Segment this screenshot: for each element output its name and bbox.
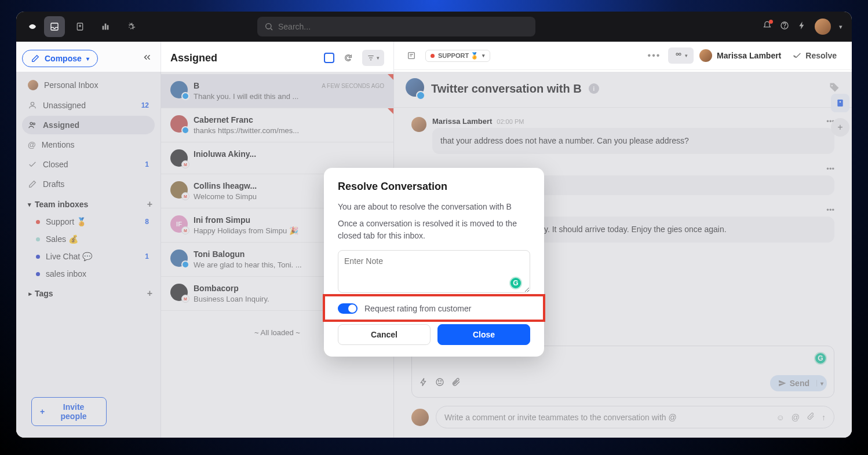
user-menu-chevron-icon[interactable]: ▾: [839, 23, 843, 31]
svg-point-13: [676, 53, 679, 56]
global-search[interactable]: [257, 17, 535, 36]
nav-contacts-icon[interactable]: [70, 16, 90, 37]
modal-text: You are about to resolve the conversatio…: [338, 201, 530, 213]
compose-button[interactable]: Compose ▾: [22, 50, 98, 67]
request-rating-row: Request rating from customer: [324, 295, 544, 321]
resolve-label: Resolve: [805, 51, 837, 60]
bolt-icon[interactable]: [797, 21, 807, 32]
collapse-sidebar-icon[interactable]: [142, 52, 152, 65]
nav-inbox-icon[interactable]: [44, 16, 65, 37]
chevron-down-icon: ▾: [86, 56, 89, 62]
assignee-name: Marissa Lambert: [717, 51, 781, 60]
thread-list-header: Assigned ▾: [161, 42, 393, 74]
svg-point-6: [266, 24, 271, 29]
topbar-right: ▾: [763, 19, 843, 35]
app-logo: [25, 20, 39, 34]
svg-rect-4: [105, 24, 107, 30]
help-icon[interactable]: [780, 21, 789, 32]
select-all-checkbox[interactable]: [324, 53, 334, 63]
request-rating-toggle[interactable]: [338, 303, 358, 314]
svg-point-8: [785, 27, 785, 28]
refresh-icon[interactable]: [340, 50, 356, 66]
more-actions-icon[interactable]: •••: [646, 47, 662, 64]
modal-cancel-button[interactable]: Cancel: [338, 324, 431, 345]
svg-point-14: [679, 53, 681, 56]
modal-title: Resolve Conversation: [338, 181, 530, 193]
main-body: Compose ▾ Personal Inbox Unassigned 12: [16, 42, 852, 438]
topbar: ▾: [16, 12, 852, 42]
inbox-tag-label: SUPPORT 🏅: [438, 52, 479, 60]
grammarly-icon[interactable]: G: [509, 277, 522, 289]
app-window: ▾ Compose ▾ Personal Inbox: [16, 12, 852, 438]
modal-text: Once a conversation is resolved it is mo…: [338, 218, 530, 242]
note-mode-icon[interactable]: [403, 47, 420, 64]
assignee-pill[interactable]: Marissa Lambert: [699, 49, 781, 62]
compose-label: Compose: [45, 54, 82, 63]
user-avatar[interactable]: [815, 19, 831, 35]
nav-settings-icon[interactable]: [121, 16, 141, 37]
svg-rect-5: [107, 25, 109, 30]
svg-point-2: [79, 25, 81, 27]
assignee-avatar: [699, 49, 712, 62]
conversation-header: SUPPORT 🏅 ▾ ••• ▾ Marissa Lambert Resolv…: [394, 42, 852, 70]
resolve-note-input[interactable]: [338, 250, 530, 293]
modal-close-button[interactable]: Close: [437, 324, 530, 345]
svg-rect-0: [51, 23, 58, 30]
notifications-icon[interactable]: [763, 21, 772, 32]
toggle-label: Request rating from customer: [364, 304, 471, 313]
assignee-dropdown[interactable]: ▾: [668, 47, 694, 64]
inbox-tag[interactable]: SUPPORT 🏅 ▾: [425, 50, 490, 62]
sort-filter-button[interactable]: ▾: [362, 50, 384, 66]
resolve-button[interactable]: Resolve: [787, 47, 843, 64]
search-input[interactable]: [278, 22, 528, 31]
resolve-modal: Resolve Conversation You are about to re…: [324, 168, 544, 357]
thread-list-title: Assigned: [170, 52, 318, 64]
svg-rect-3: [103, 26, 104, 30]
nav-reports-icon[interactable]: [95, 16, 116, 37]
